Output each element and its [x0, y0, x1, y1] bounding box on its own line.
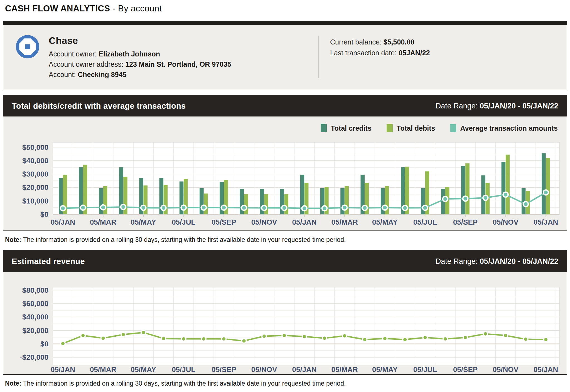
debits-credits-panel-header: Total debits/credit with average transac… [3, 95, 567, 116]
svg-text:05/MAY: 05/MAY [131, 365, 156, 374]
data-point-marker [524, 337, 528, 341]
svg-text:05/SEP: 05/SEP [453, 365, 478, 374]
data-point-marker [80, 205, 85, 210]
svg-text:$80,000: $80,000 [22, 286, 48, 294]
legend-label: Total credits [331, 124, 372, 132]
data-point-marker [242, 205, 247, 210]
data-point-marker [141, 205, 146, 210]
data-point-marker [181, 205, 186, 210]
svg-text:05/NOV: 05/NOV [493, 365, 519, 374]
legend-item: Total credits [321, 124, 372, 132]
data-point-marker [443, 196, 448, 201]
current-balance-row: Current balance: $5,500.00 [330, 37, 567, 48]
data-point-marker [342, 334, 347, 338]
data-point-marker [121, 204, 126, 209]
data-point-marker [342, 205, 347, 210]
legend-label: Average transaction amounts [460, 124, 558, 132]
legend-swatch-icon [321, 124, 327, 132]
balance-section: Current balance: $5,500.00 Last transact… [318, 36, 567, 78]
data-point-marker [363, 337, 367, 342]
svg-text:05/JUL: 05/JUL [172, 218, 195, 226]
chart-legend: Total creditsTotal debitsAverage transac… [3, 116, 567, 140]
data-point-marker [161, 205, 166, 210]
last-transaction-value: 05JAN/22 [399, 49, 430, 57]
data-point-marker [81, 333, 85, 338]
svg-text:$50,000: $50,000 [22, 143, 48, 152]
data-point-marker [463, 335, 468, 340]
y-axis-labels: $0$10,000$20,000$30,000$40,000$50,000 [22, 143, 48, 219]
data-point-marker [262, 334, 266, 338]
estimated-revenue-panel-header: Estimated revenue Date Range: 05/JAN/20 … [3, 251, 567, 272]
plot-area [53, 287, 559, 365]
svg-text:-$20,000: -$20,000 [20, 353, 48, 361]
svg-text:05/SEP: 05/SEP [453, 218, 478, 226]
svg-text:05/NOV: 05/NOV [251, 365, 277, 374]
svg-text:05/MAR: 05/MAR [90, 218, 117, 226]
data-point-marker [382, 205, 387, 210]
estimated-revenue-panel: Estimated revenue Date Range: 05/JAN/20 … [3, 250, 567, 375]
svg-text:$20,000: $20,000 [22, 326, 48, 335]
chase-logo-icon [16, 35, 39, 58]
svg-text:05/MAY: 05/MAY [372, 365, 398, 374]
data-point-marker [60, 206, 65, 211]
page-title: CASH FLOW ANALYTICS - By account [5, 3, 567, 14]
account-info-section: Chase Account owner: Elizabeth Johnson A… [3, 25, 318, 90]
y-axis-labels: -$20,000$0$20,000$40,000$60,000$80,000 [20, 286, 48, 362]
legend-label: Total debits [397, 124, 435, 132]
data-point-marker [161, 336, 166, 341]
svg-text:$40,000: $40,000 [22, 157, 48, 165]
account-summary-card: Chase Account owner: Elizabeth Johnson A… [3, 21, 567, 90]
data-point-marker [422, 205, 428, 210]
data-point-marker [443, 337, 448, 341]
svg-text:05/NOV: 05/NOV [251, 218, 277, 226]
estimated-revenue-chart: -$20,000$0$20,000$40,000$60,000$80,00005… [3, 272, 567, 374]
svg-text:05/JAN: 05/JAN [292, 365, 317, 374]
data-point-marker [282, 333, 286, 338]
svg-text:05/JUL: 05/JUL [413, 218, 437, 226]
page-title-suffix: - By account [112, 4, 162, 13]
svg-text:05/JAN: 05/JAN [534, 365, 558, 374]
svg-text:05/MAR: 05/MAR [331, 365, 358, 374]
debits-credits-panel: Total debits/credit with average transac… [3, 95, 567, 231]
debits-credits-chart: $0$10,000$20,000$30,000$40,000$50,00005/… [3, 140, 567, 230]
account-address-value: 123 Main St. Portland, OR 97035 [125, 60, 231, 68]
data-point-marker [503, 333, 508, 338]
svg-text:05/JUL: 05/JUL [413, 365, 437, 374]
data-point-marker [543, 190, 548, 195]
legend-swatch-icon [450, 124, 456, 132]
note-rolling-30-days: Note: The information is provided on a r… [5, 236, 565, 244]
data-point-marker [282, 205, 287, 210]
data-point-marker [302, 206, 307, 211]
data-point-marker [61, 341, 65, 346]
data-point-marker [503, 192, 508, 197]
svg-text:05/SEP: 05/SEP [212, 365, 236, 374]
last-transaction-row: Last transaction date: 05JAN/22 [330, 48, 567, 58]
svg-text:05/MAR: 05/MAR [90, 365, 117, 374]
account-owner-value: Elizabeth Johnson [99, 50, 160, 58]
data-point-marker [523, 202, 528, 207]
date-range: Date Range: 05/JAN/20 - 05/JAN/22 [436, 257, 558, 266]
data-point-marker [483, 195, 488, 200]
panel-title: Estimated revenue [12, 257, 85, 266]
panel-title: Total debits/credit with average transac… [12, 101, 186, 111]
account-number-value: Checking 8945 [78, 71, 126, 78]
account-owner-row: Account owner: Elizabeth Johnson [49, 49, 231, 59]
svg-text:05/MAR: 05/MAR [331, 218, 358, 226]
account-info-text: Chase Account owner: Elizabeth Johnson A… [49, 35, 231, 90]
page-title-main: CASH FLOW ANALYTICS [5, 4, 110, 13]
svg-text:05/JAN: 05/JAN [51, 365, 75, 374]
data-point-marker [242, 339, 246, 343]
svg-text:$0: $0 [40, 340, 48, 348]
data-point-marker [322, 206, 327, 211]
svg-text:05/JAN: 05/JAN [292, 218, 317, 226]
legend-swatch-icon [387, 124, 393, 132]
data-point-marker [181, 337, 186, 341]
data-point-marker [362, 205, 367, 210]
svg-text:$20,000: $20,000 [22, 183, 48, 192]
data-point-marker [544, 337, 548, 342]
data-point-marker [222, 337, 226, 341]
svg-text:$0: $0 [40, 210, 48, 219]
data-point-marker [262, 205, 267, 210]
data-point-marker [201, 205, 206, 210]
x-axis-labels: 05/JAN05/MAR05/MAY05/JUL05/SEP05/NOV05/J… [51, 214, 558, 226]
